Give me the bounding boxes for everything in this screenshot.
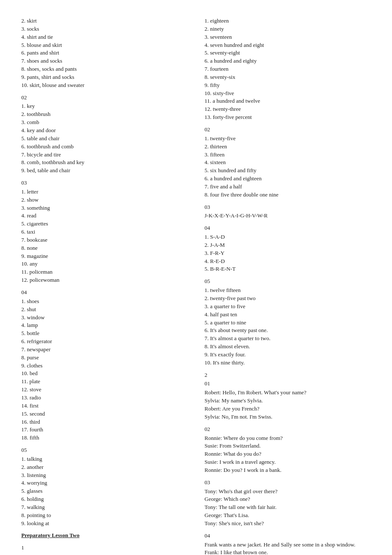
item: 01 xyxy=(21,553,196,555)
item: 9. bed, table and chair xyxy=(21,167,196,175)
item: 7. fourteen xyxy=(205,65,379,73)
item: 4. read xyxy=(21,212,196,220)
item: 2. show xyxy=(21,196,196,204)
item: 4. sixteen xyxy=(205,159,379,167)
item: 3. comb xyxy=(21,119,196,127)
page: 2. skirt 3. socks 4. shirt and tie 5. bl… xyxy=(0,0,392,555)
section-right-03: 03 J-K-X-E-Y-A-I-G-H-V-W-R xyxy=(205,203,379,220)
item: Frank wants a new jacket. He and Sally s… xyxy=(205,541,379,549)
section-sublabel: 02 xyxy=(205,425,379,434)
item: Tony: Who's that girl over there? xyxy=(205,488,379,496)
section-right-intro: 1. eighteen 2. ninety 3. seventeen 4. se… xyxy=(205,17,379,121)
item: 1. twenty-five xyxy=(205,135,379,143)
item: Ronnie: What do you do? xyxy=(205,450,379,458)
section-right-2: 2 01 Robert: Hello, I'm Robert. What's y… xyxy=(205,371,379,421)
section-label: 04 xyxy=(21,289,196,297)
item: George: That's Lisa. xyxy=(205,512,379,520)
item: 10. bed xyxy=(21,370,196,378)
item: 6. toothbrush and comb xyxy=(21,143,196,151)
item: 11. policeman xyxy=(21,268,196,276)
item: 3. F-R-Y xyxy=(205,249,379,257)
item: 8. four five three double one nine xyxy=(205,191,379,199)
item: 8. purse xyxy=(21,354,196,362)
item: 10. sixty-five xyxy=(205,90,379,98)
item: 6. It's about twenty past one. xyxy=(205,327,379,335)
item: 8. seventy-six xyxy=(205,73,379,81)
item: 5. table and chair xyxy=(21,135,196,143)
item: 9. It's exactly four. xyxy=(205,351,379,359)
section-label: 02 xyxy=(205,126,379,134)
item: 5. cigarettes xyxy=(21,220,196,228)
item: J-K-X-E-Y-A-I-G-H-V-W-R xyxy=(205,212,379,220)
item: Robert: Are you French? xyxy=(205,405,379,413)
item: 11. plate xyxy=(21,378,196,386)
item: 4. shirt and tie xyxy=(21,33,196,41)
item: Ronnie: Do you? I work in a bank. xyxy=(205,466,379,474)
item: Sylvia: No, I'm not. I'm Swiss. xyxy=(205,413,379,421)
section-sublabel: 01 xyxy=(205,380,379,388)
section-sublabel: 04 xyxy=(205,532,379,540)
item: 5. seventy-eight xyxy=(205,49,379,57)
item: 4. lamp xyxy=(21,321,196,330)
item: Tony: The tall one with fair hair. xyxy=(205,503,379,512)
item: 12. policewoman xyxy=(21,276,196,284)
section-preparatory-header: Preparatory Lesson Two xyxy=(21,532,196,540)
section-label: 05 xyxy=(205,278,379,286)
item: 3. seventeen xyxy=(205,33,379,41)
item: 4. half past ten xyxy=(205,311,379,319)
item: 7. bookcase xyxy=(21,236,196,244)
item: 8. none xyxy=(21,244,196,252)
item: 9. clothes xyxy=(21,362,196,370)
item: 2. thirteen xyxy=(205,143,379,151)
section-left-02: 02 1. key 2. toothbrush 3. comb 4. key a… xyxy=(21,94,196,175)
section-left-04: 04 1. shoes 2. shut 3. window 4. lamp 5.… xyxy=(21,289,196,442)
item: 1. letter xyxy=(21,188,196,196)
item: Ronnie: Where do you come from? xyxy=(205,434,379,442)
preparatory-lesson-title: Preparatory Lesson Two xyxy=(21,532,196,540)
item: 2. twenty-five past two xyxy=(205,295,379,303)
section-right-02: 02 1. twenty-five 2. thirteen 3. fifteen… xyxy=(205,126,379,199)
item: 7. It's almost a quarter to two. xyxy=(205,335,379,343)
item: 16. third xyxy=(21,418,196,426)
item: 8. shoes, socks and pants xyxy=(21,65,196,73)
item: 1. shoes xyxy=(21,298,196,306)
section-label: 1 xyxy=(21,544,196,552)
item: Susie: I work in a travel agency. xyxy=(205,458,379,466)
section-right-05: 05 1. twelve fifteen 2. twenty-five past… xyxy=(205,278,379,367)
section-label: 02 xyxy=(21,94,196,102)
item: 1. key xyxy=(21,102,196,110)
item: 2. skirt xyxy=(21,17,196,25)
section-right-2-04: 04 Frank wants a new jacket. He and Sall… xyxy=(205,532,379,555)
item: 7. bicycle and tire xyxy=(21,151,196,159)
section-right-2-03: 03 Tony: Who's that girl over there? Geo… xyxy=(205,479,379,528)
item: 1. eighteen xyxy=(205,17,379,25)
item: George: Which one? xyxy=(205,495,379,503)
item: 6. holding xyxy=(21,495,196,503)
item: 7. shoes and socks xyxy=(21,57,196,65)
item: 4. seven hundred and eight xyxy=(205,41,379,49)
item: 1. talking xyxy=(21,455,196,463)
item: Susie: From Switzerland. xyxy=(205,442,379,450)
item: 13. radio xyxy=(21,394,196,402)
section-left-03: 03 1. letter 2. show 3. something 4. rea… xyxy=(21,179,196,284)
item: 10. skirt, blouse and sweater xyxy=(21,81,196,90)
item: 3. fifteen xyxy=(205,151,379,159)
section-left-bottom: 1 01 xyxy=(21,544,196,555)
item: Frank: I like that brown one. xyxy=(205,549,379,555)
item: 2. ninety xyxy=(205,25,379,33)
item: 7. walking xyxy=(21,503,196,512)
column-right: 1. eighteen 2. ninety 3. seventeen 4. se… xyxy=(205,17,379,555)
section-right-2-02: 02 Ronnie: Where do you come from? Susie… xyxy=(205,425,379,474)
item: 4. R-E-D xyxy=(205,257,379,266)
section-label: 03 xyxy=(205,203,379,211)
item: Tony: She's nice, isn't she? xyxy=(205,520,379,528)
section-label: 04 xyxy=(205,224,379,232)
section-right-04: 04 1. S-A-D 2. J-A-M 3. F-R-Y 4. R-E-D 5… xyxy=(205,224,379,273)
item: 13. forty-five percent xyxy=(205,113,379,121)
item: 8. comb, toothbrush and key xyxy=(21,159,196,167)
item: 6. a hundred and eighty xyxy=(205,57,379,65)
item: 5. blouse and skirt xyxy=(21,41,196,49)
item: 5. B-R-E-N-T xyxy=(205,265,379,273)
section-left-05: 05 1. talking 2. another 3. listening 4.… xyxy=(21,446,196,527)
item: 2. toothbrush xyxy=(21,110,196,119)
